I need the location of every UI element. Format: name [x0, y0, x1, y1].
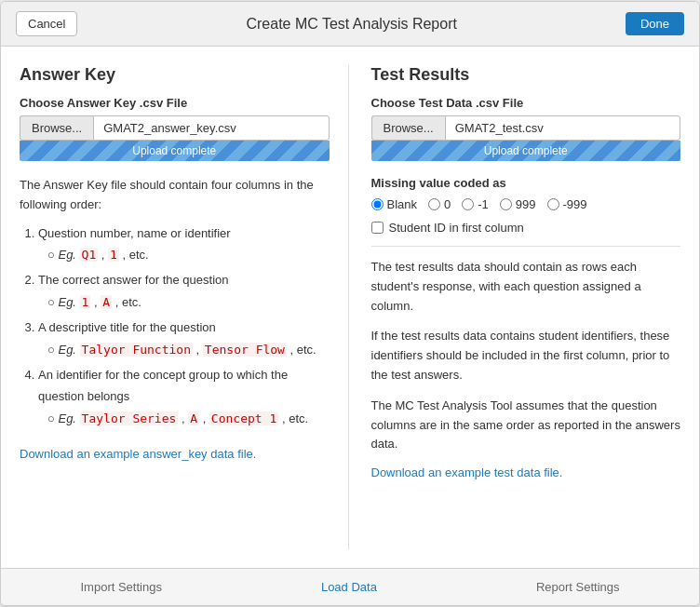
answer-key-file-label: Choose Answer Key .csv File	[20, 96, 330, 110]
list-item: An identifier for the concept group to w…	[38, 364, 330, 429]
missing-value-radio-group: Blank 0 -1 999 -999	[371, 197, 681, 211]
import-settings-link[interactable]: Import Settings	[80, 580, 161, 594]
student-id-checkbox[interactable]	[371, 222, 384, 234]
student-id-row: Student ID in first column	[371, 221, 681, 235]
test-data-browse-button[interactable]: Browse...	[371, 115, 445, 141]
download-test-data-link[interactable]: Download an example test data file.	[371, 465, 563, 479]
modal-body: Answer Key Choose Answer Key .csv File B…	[1, 47, 699, 568]
modal-title: Create MC Test Analysis Report	[77, 16, 625, 33]
answer-key-file-name: GMAT2_answer_key.csv	[93, 115, 329, 141]
list-sub-item: Eg. Q1 , 1 , etc.	[47, 244, 330, 265]
answer-key-file-row: Browse... GMAT2_answer_key.csv	[20, 115, 330, 141]
answer-key-upload-status: Upload complete	[20, 141, 330, 161]
list-item: The correct answer for the question Eg. …	[38, 269, 330, 313]
answer-key-description: The Answer Key file should contain four …	[20, 176, 330, 215]
radio-0[interactable]: 0	[428, 197, 451, 211]
answer-key-list: Question number, name or identifier Eg. …	[20, 223, 330, 430]
list-sub-item: Eg. 1 , A , etc.	[47, 291, 330, 313]
radio-blank[interactable]: Blank	[371, 197, 418, 211]
modal-header: Cancel Create MC Test Analysis Report Do…	[1, 2, 699, 47]
report-settings-link[interactable]: Report Settings	[536, 580, 620, 594]
test-results-title: Test Results	[371, 65, 681, 85]
cancel-button[interactable]: Cancel	[16, 11, 77, 36]
answer-key-browse-button[interactable]: Browse...	[20, 115, 93, 141]
missing-value-label: Missing value coded as	[371, 176, 681, 190]
test-results-panel: Test Results Choose Test Data .csv File …	[368, 65, 681, 549]
info-text-3: The MC Test Analysis Tool assumes that t…	[371, 397, 681, 454]
list-sub-item: Eg. Talyor Function , Tensor Flow , etc.	[47, 339, 330, 360]
answer-key-title: Answer Key	[20, 65, 330, 85]
divider	[371, 246, 681, 247]
modal-footer: Import Settings Load Data Report Setting…	[1, 568, 699, 605]
info-text-1: The test results data should contain as …	[371, 258, 681, 316]
test-data-file-label: Choose Test Data .csv File	[371, 96, 681, 110]
test-data-file-name: GMAT2_test.csv	[445, 115, 680, 141]
radio-neg1[interactable]: -1	[462, 197, 489, 211]
download-answer-key-link[interactable]: Download an example answer_key data file…	[20, 447, 256, 461]
done-button[interactable]: Done	[626, 12, 684, 35]
list-item: A descriptive title for the question Eg.…	[38, 317, 330, 360]
list-item: Question number, name or identifier Eg. …	[38, 223, 330, 266]
modal-container: Cancel Create MC Test Analysis Report Do…	[0, 1, 700, 606]
info-text-2: If the test results data contains studen…	[371, 327, 681, 384]
test-data-upload-status: Upload complete	[371, 141, 681, 161]
test-data-file-row: Browse... GMAT2_test.csv	[371, 115, 681, 141]
radio-999[interactable]: 999	[500, 197, 536, 211]
list-sub-item: Eg. Taylor Series , A , Concept 1 , etc.	[47, 408, 330, 429]
student-id-label[interactable]: Student ID in first column	[389, 221, 524, 235]
load-data-link[interactable]: Load Data	[321, 580, 377, 594]
answer-key-panel: Answer Key Choose Answer Key .csv File B…	[20, 65, 349, 549]
radio-neg999[interactable]: -999	[547, 197, 587, 211]
